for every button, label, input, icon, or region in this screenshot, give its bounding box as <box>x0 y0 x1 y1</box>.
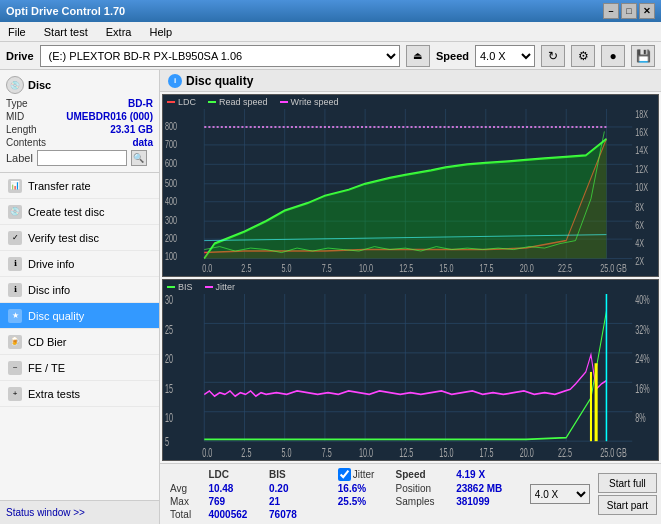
svg-text:2.5: 2.5 <box>241 445 251 458</box>
svg-text:22.5: 22.5 <box>558 445 572 458</box>
sidebar-item-cd-bier[interactable]: 🍺 CD Bier <box>0 329 159 355</box>
jitter-label: Jitter <box>353 469 375 480</box>
sidebar-item-fe-te-label: FE / TE <box>28 362 65 374</box>
disc-label-row: Label 🔍 <box>6 150 153 166</box>
start-full-button[interactable]: Start full <box>598 473 657 493</box>
jitter-checkbox[interactable] <box>338 468 351 481</box>
sidebar-item-disc-info[interactable]: ℹ Disc info <box>0 277 159 303</box>
disc-contents-label: Contents <box>6 137 46 148</box>
drive-bar: Drive (E:) PLEXTOR BD-R PX-LB950SA 1.06 … <box>0 42 661 70</box>
drive-select[interactable]: (E:) PLEXTOR BD-R PX-LB950SA 1.06 <box>40 45 400 67</box>
sidebar-item-extra-tests[interactable]: + Extra tests <box>0 381 159 407</box>
menu-file[interactable]: File <box>4 24 30 40</box>
test-speed-select[interactable]: 4.0 X <box>530 484 590 504</box>
minimize-button[interactable]: – <box>603 3 619 19</box>
speed-select[interactable]: 4.0 X <box>475 45 535 67</box>
menu-help[interactable]: Help <box>145 24 176 40</box>
disc-icon: 💿 <box>6 76 24 94</box>
chart-ldc-legend: LDC Read speed Write speed <box>163 95 658 109</box>
svg-text:10: 10 <box>165 411 173 424</box>
panel-icon: i <box>168 74 182 88</box>
disc-length-label: Length <box>6 124 37 135</box>
sidebar-item-transfer-rate-label: Transfer rate <box>28 180 91 192</box>
drive-label: Drive <box>6 50 34 62</box>
legend-ldc: LDC <box>167 97 196 107</box>
menu-start-test[interactable]: Start test <box>40 24 92 40</box>
chart-ldc: LDC Read speed Write speed <box>162 94 659 277</box>
sidebar-status-label: Status window >> <box>6 507 85 518</box>
disc-info-icon: ℹ <box>8 283 22 297</box>
svg-text:25.0 GB: 25.0 GB <box>600 445 627 458</box>
disc-label-search-button[interactable]: 🔍 <box>131 150 147 166</box>
legend-jitter: Jitter <box>205 282 236 292</box>
sidebar-item-fe-te[interactable]: ~ FE / TE <box>0 355 159 381</box>
chart-bis-svg: 30 25 20 15 10 5 40% 32% 24% 16% 8% 0.0 … <box>163 294 658 459</box>
chart-ldc-svg: 800 700 600 500 400 300 200 100 18X 16X … <box>163 109 658 274</box>
cd-bier-icon: 🍺 <box>8 335 22 349</box>
svg-text:5.0: 5.0 <box>282 263 292 274</box>
sidebar-item-cd-bier-label: CD Bier <box>28 336 67 348</box>
svg-text:2X: 2X <box>635 255 644 267</box>
ldc-legend-label: LDC <box>178 97 196 107</box>
svg-text:18X: 18X <box>635 109 648 120</box>
svg-text:800: 800 <box>165 121 177 133</box>
disc-contents-value: data <box>132 137 153 148</box>
sidebar: 💿 Disc Type BD-R MID UMEBDR016 (000) Len… <box>0 70 160 524</box>
disc-header: 💿 Disc <box>6 76 153 94</box>
position-value: 23862 MB <box>452 483 520 494</box>
stats-table: LDC BIS Jitter Speed 4.19 X Av <box>164 466 522 522</box>
svg-text:15.0: 15.0 <box>439 263 453 274</box>
speed-value: 4.19 X <box>456 469 485 480</box>
sidebar-item-create-test-disc[interactable]: 💿 Create test disc <box>0 199 159 225</box>
disc-contents-row: Contents data <box>6 137 153 148</box>
svg-text:7.5: 7.5 <box>322 263 332 274</box>
menu-bar: File Start test Extra Help <box>0 22 661 42</box>
disc-mid-row: MID UMEBDR016 (000) <box>6 111 153 122</box>
legend-read-speed: Read speed <box>208 97 268 107</box>
drive-info-icon: ℹ <box>8 257 22 271</box>
disc-mid-value: UMEBDR016 (000) <box>66 111 153 122</box>
sidebar-item-verify-test-disc[interactable]: ✓ Verify test disc <box>0 225 159 251</box>
svg-text:24%: 24% <box>635 352 650 365</box>
svg-text:20.0: 20.0 <box>520 263 534 274</box>
record-button[interactable]: ● <box>601 45 625 67</box>
disc-label-input[interactable] <box>37 150 127 166</box>
jitter-legend-dot <box>205 286 213 288</box>
save-button[interactable]: 💾 <box>631 45 655 67</box>
start-part-button[interactable]: Start part <box>598 495 657 515</box>
max-jitter: 25.5% <box>334 496 390 507</box>
avg-bis: 0.20 <box>265 483 310 494</box>
menu-extra[interactable]: Extra <box>102 24 136 40</box>
svg-text:25: 25 <box>165 322 173 335</box>
avg-label: Avg <box>166 483 202 494</box>
sidebar-item-drive-info[interactable]: ℹ Drive info <box>0 251 159 277</box>
chart-bis-legend: BIS Jitter <box>163 280 658 294</box>
close-button[interactable]: ✕ <box>639 3 655 19</box>
sidebar-item-disc-quality[interactable]: ★ Disc quality <box>0 303 159 329</box>
svg-text:16%: 16% <box>635 381 650 394</box>
svg-text:600: 600 <box>165 158 177 170</box>
svg-text:700: 700 <box>165 139 177 151</box>
eject-button[interactable]: ⏏ <box>406 45 430 67</box>
ldc-legend-dot <box>167 101 175 103</box>
svg-text:14X: 14X <box>635 145 648 157</box>
svg-text:4X: 4X <box>635 237 644 249</box>
refresh-button[interactable]: ↻ <box>541 45 565 67</box>
jitter-legend-label: Jitter <box>216 282 236 292</box>
sidebar-item-transfer-rate[interactable]: 📊 Transfer rate <box>0 173 159 199</box>
samples-label: Samples <box>392 496 451 507</box>
svg-text:10.0: 10.0 <box>359 263 373 274</box>
settings-button[interactable]: ⚙ <box>571 45 595 67</box>
panel-header: i Disc quality <box>160 70 661 92</box>
sidebar-status-button[interactable]: Status window >> <box>0 500 159 524</box>
svg-text:22.5: 22.5 <box>558 263 572 274</box>
svg-text:0.0: 0.0 <box>202 445 212 458</box>
nav-items: 📊 Transfer rate 💿 Create test disc ✓ Ver… <box>0 173 159 500</box>
disc-panel: 💿 Disc Type BD-R MID UMEBDR016 (000) Len… <box>0 70 159 173</box>
svg-text:8%: 8% <box>635 411 646 424</box>
svg-text:12.5: 12.5 <box>399 263 413 274</box>
title-bar: Opti Drive Control 1.70 – □ ✕ <box>0 0 661 22</box>
maximize-button[interactable]: □ <box>621 3 637 19</box>
position-label: Position <box>392 483 451 494</box>
sidebar-item-create-test-disc-label: Create test disc <box>28 206 104 218</box>
